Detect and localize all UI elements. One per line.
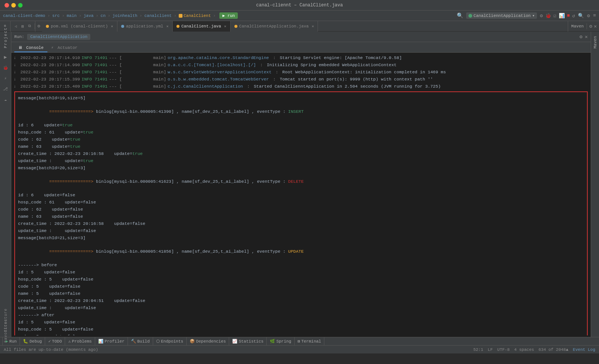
run-settings-icon[interactable]: ⚙ (579, 34, 582, 40)
nav-file[interactable]: CanalClient (179, 14, 211, 18)
bottom-build[interactable]: 🔨 Build (128, 337, 153, 346)
bottom-deps[interactable]: 📦 Dependencies (187, 337, 229, 346)
maximize-button[interactable] (18, 3, 23, 8)
tab-close-application[interactable]: ✕ (312, 24, 314, 29)
insert-sep: ================ (49, 109, 91, 114)
tab-list-icon[interactable]: ▤ (20, 23, 26, 29)
bottom-problems[interactable]: ⚠ Problems (65, 337, 95, 346)
nav-joinhealth[interactable]: joinhealth (113, 14, 137, 18)
before-row-6: update_time : update=false (18, 304, 584, 311)
tab-close-pom[interactable]: ✕ (111, 24, 113, 29)
console-content[interactable]: ↓ 2022-02-23 20:17:14.910 INFO 71491 ---… (11, 53, 591, 337)
delete-row-2: hosp_code : 61 update=false (18, 199, 584, 206)
deps-tool-label: Dependencies (196, 339, 226, 344)
delete-header-line: ================> binlog[mysql-bin.00000… (18, 171, 584, 191)
bottom-debug[interactable]: 🐛 Debug (20, 337, 45, 346)
delete-row-3: code : 62 update=false (18, 206, 584, 213)
favorites-sidebar-icon[interactable]: Favorites (1, 326, 10, 335)
stop-icon[interactable]: ■ (567, 13, 570, 19)
profiler-tool-icon: 📊 (98, 339, 103, 344)
tab-pom[interactable]: pom.xml (canal-cliennt) ✕ (42, 21, 117, 32)
tab-canalclient[interactable]: CanalClient.java ✕ (173, 21, 231, 32)
todo-tool-icon: ✓ (48, 339, 51, 344)
profiler-icon[interactable]: 📊 (559, 13, 565, 19)
nav-cn[interactable]: cn (100, 14, 105, 18)
tab-label-pom: pom.xml (canal-cliennt) (51, 24, 108, 29)
maven-button[interactable]: Maven (568, 21, 587, 32)
run-app-badge[interactable]: CanalClienntApplication (27, 34, 90, 40)
log-sep-2: : (260, 62, 263, 68)
search-nav-icon[interactable]: 🔍 (578, 13, 584, 19)
terminal-tool-icon: ⊞ (298, 339, 300, 344)
project-icon[interactable]: Project (1, 33, 10, 42)
bottom-stats[interactable]: 📈 Statistics (229, 337, 267, 346)
app-selector[interactable]: CanalClienntApplication ▾ (466, 12, 537, 19)
tab-application[interactable]: CanalClienntApplication.java ✕ (231, 21, 318, 32)
tab-label-canalclient: CanalClient.java (181, 24, 221, 29)
profiler-sidebar-icon[interactable]: ⚡ (1, 74, 10, 83)
bottom-spring[interactable]: 🌿 Spring (267, 337, 295, 346)
log-line-5: ↓ 2022-02-23 20:17:15.409 INFO 71491 ---… (11, 83, 591, 90)
close-button[interactable] (5, 3, 9, 8)
tab-label-application: CanalClienntApplication.java (239, 24, 309, 29)
run-tool-label: Run (9, 339, 17, 344)
debug-sidebar-icon[interactable]: 🐞 (1, 63, 10, 72)
coverage-icon[interactable]: ☑ (553, 13, 556, 19)
run-button[interactable]: ▶ run (219, 12, 238, 19)
settings-icon[interactable]: ⚙ (587, 13, 590, 19)
nav-main[interactable]: main (67, 14, 76, 18)
tab-yml[interactable]: application.yml ✕ (117, 21, 173, 32)
minimize-button[interactable] (11, 3, 16, 8)
event-log[interactable]: Event Log (573, 347, 595, 352)
delete-row-6: update_time : update=false (18, 227, 584, 234)
bottom-todo[interactable]: ✓ TODO (45, 337, 65, 346)
settings-tab-icon[interactable]: ⚙ (35, 23, 42, 29)
log-thread-2: --- [ main] (109, 62, 166, 68)
delete-sep: ================ (49, 179, 91, 184)
full-console[interactable]: ↓ 2022-02-23 20:17:14.910 INFO 71491 ---… (11, 54, 591, 335)
insert-row-5: create_time : 2022-02-23 20:16:58 update… (18, 150, 584, 157)
debug-tool-icon: 🐛 (23, 339, 28, 344)
title-bar: canal-cliennt – CanalClient.java (0, 0, 599, 11)
insert-row-6: update_time : update=true (18, 157, 584, 164)
console-tab-actuator[interactable]: ⚡ Actuator (47, 44, 81, 52)
batch21-line: message[batchId=21,size=3] (18, 234, 584, 241)
nav-src[interactable]: src (52, 14, 60, 18)
right-sidebar: Maven (591, 32, 599, 337)
nav-java[interactable]: java (84, 14, 93, 18)
log-arrow-1: ↓ (14, 55, 20, 61)
after-row-2: hosp_code : 5 update=false (18, 326, 584, 333)
maven-vertical-label[interactable]: Maven (593, 33, 597, 52)
nav-search-icon[interactable]: 🔍 (457, 12, 463, 19)
run-close-icon[interactable]: ✕ (585, 34, 588, 40)
settings-right-icon[interactable]: ⚙ (589, 23, 592, 29)
bottom-terminal[interactable]: ⊞ Terminal (295, 337, 324, 346)
nav-project[interactable]: canal-client-demo (3, 14, 45, 18)
insert-row-4: name : 63 update=true (18, 143, 584, 150)
vcs-sidebar-icon[interactable]: ☁ (1, 95, 10, 104)
log-level-2: INFO 71491 (82, 62, 108, 68)
tab-split-icon[interactable]: ⧉ (26, 23, 32, 29)
tab-close-yml[interactable]: ✕ (166, 24, 169, 29)
nav-canalclient[interactable]: canalclient (144, 14, 172, 18)
nav-right: 🔍 CanalClienntApplication ▾ ⚙ 🐞 ☑ 📊 ■ ↺ … (457, 12, 596, 19)
close-right-icon[interactable]: ✕ (594, 23, 597, 29)
console-tab-console[interactable]: 🖥 Console (14, 44, 47, 52)
bottom-profiler[interactable]: 📊 Profiler (95, 337, 128, 346)
run-sidebar-icon[interactable]: ▶ (1, 53, 10, 62)
tab-close-canalclient[interactable]: ✕ (224, 24, 227, 29)
bottom-endpoints[interactable]: ⬡ Endpoints (153, 337, 187, 346)
deps-tool-icon: 📦 (190, 339, 195, 344)
more-icon[interactable]: ≡ (593, 13, 596, 18)
log-msg-2: Initializing Spring embedded WebApplicat… (264, 62, 397, 68)
insert-row-3: code : 62 update=true (18, 136, 584, 143)
build-icon[interactable]: ⚙ (540, 13, 543, 19)
status-right: 52:1 LF UTF-8 4 spaces 634 of 2048▲ Even… (473, 347, 595, 352)
rerun-icon[interactable]: ↺ (572, 13, 575, 19)
status-indent: 4 spaces (514, 347, 534, 352)
endpoints-tool-icon: ⬡ (156, 339, 160, 344)
tab-back-icon[interactable]: ◁ (13, 23, 19, 29)
git-sidebar-icon[interactable]: ⎇ (1, 84, 10, 93)
profiler-tool-label: Profiler (105, 339, 125, 344)
debug-icon[interactable]: 🐞 (545, 13, 551, 19)
